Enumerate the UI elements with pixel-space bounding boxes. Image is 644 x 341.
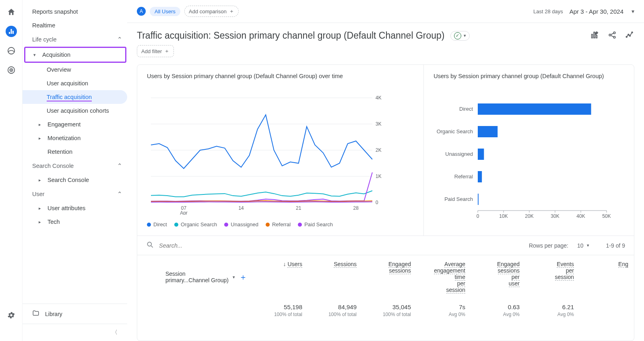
share-icon[interactable] — [608, 31, 617, 41]
svg-text:2K: 2K — [376, 147, 382, 153]
section-label: Search Console — [32, 163, 74, 169]
sidebar-label: User acquisition cohorts — [47, 107, 109, 114]
data-quality-chip[interactable]: ✓ ▾ — [450, 31, 470, 41]
svg-point-3 — [11, 70, 12, 70]
svg-point-12 — [630, 35, 631, 36]
sidebar-item-monetization[interactable]: ▸Monetization — [23, 131, 127, 145]
svg-text:30K: 30K — [551, 213, 559, 219]
add-comparison-button[interactable]: Add comparison ＋ — [184, 6, 239, 17]
metric-header[interactable]: Sessions — [308, 259, 362, 295]
sidebar-label: User attributes — [47, 205, 85, 211]
sidebar-item-retention[interactable]: Retention — [23, 145, 127, 159]
add-dimension-button[interactable]: ＋ — [239, 272, 247, 283]
sidebar-label: Realtime — [32, 22, 55, 29]
bar-chart[interactable]: DirectOrganic SearchUnassignedReferralPa… — [433, 94, 611, 223]
sidebar-item-searchconsole[interactable]: ▸Search Console — [23, 173, 127, 187]
caret-right-icon: ▸ — [39, 219, 45, 225]
sidebar-label: Overview — [47, 66, 71, 73]
plus-icon: ＋ — [164, 48, 169, 55]
dropdown-icon[interactable]: ▾ — [632, 8, 634, 14]
svg-text:3K: 3K — [376, 121, 382, 127]
svg-text:Apr: Apr — [180, 210, 188, 215]
metric-header[interactable]: Averageengagementtimepersession — [417, 259, 471, 295]
sidebar-item-reports-snapshot[interactable]: Reports snapshot — [23, 5, 127, 19]
report-card: Users by Session primary channel group (… — [137, 64, 634, 341]
legend-item[interactable]: Unassigned — [224, 221, 258, 227]
sidebar-item-user-acquisition-cohorts[interactable]: User acquisition cohorts — [23, 104, 127, 118]
main-content: A All Users Add comparison ＋ Last 28 day… — [127, 0, 644, 341]
legend-item[interactable]: Paid Search — [298, 221, 333, 227]
legend-dot — [147, 223, 151, 227]
line-chart[interactable]: 4K3K2K1K007142128Apr — [147, 94, 388, 215]
explore-icon[interactable] — [6, 45, 17, 56]
sidebar-label: Retention — [47, 149, 72, 155]
insights-icon[interactable] — [625, 31, 634, 41]
legend-item[interactable]: Direct — [147, 221, 167, 227]
collapse-sidebar-button[interactable]: 〈 — [23, 324, 127, 341]
sidebar-item-engagement[interactable]: ▸Engagement — [23, 118, 127, 131]
metric-total-cell: 35,045100% of total — [362, 303, 417, 318]
advertising-icon[interactable] — [6, 64, 17, 76]
svg-rect-4 — [592, 34, 593, 38]
sidebar-label: Reports snapshot — [32, 8, 78, 15]
svg-text:0: 0 — [376, 200, 378, 205]
dropdown-icon[interactable]: ▾ — [587, 243, 589, 248]
svg-rect-37 — [478, 194, 479, 205]
chevron-up-icon: ⌃ — [117, 163, 122, 169]
sidebar-item-overview[interactable]: Overview — [23, 63, 127, 76]
svg-text:21: 21 — [296, 205, 301, 211]
segment-all-users[interactable]: All Users — [150, 7, 180, 16]
legend-item[interactable]: Referral — [266, 221, 291, 227]
settings-icon[interactable] — [6, 310, 17, 321]
metric-total-cell — [580, 303, 634, 318]
table-totals-row: 55,198100% of total84,949100% of total35… — [137, 299, 634, 322]
metric-header[interactable]: ↓ Users — [254, 259, 308, 295]
home-icon[interactable] — [6, 6, 17, 18]
chevron-left-icon: 〈 — [112, 329, 118, 336]
sidebar-section-user[interactable]: User ⌃ — [23, 187, 127, 201]
dropdown-icon[interactable]: ▾ — [233, 275, 235, 280]
rows-per-page-value[interactable]: 10 — [577, 242, 584, 249]
reports-icon[interactable] — [6, 26, 17, 37]
page-header: Traffic acquisition: Session primary cha… — [127, 23, 644, 45]
sidebar-item-library[interactable]: Library — [23, 304, 127, 324]
sidebar-label: Engagement — [47, 121, 80, 128]
metric-header[interactable]: Engagedsessions — [362, 259, 417, 295]
caret-right-icon: ▸ — [39, 206, 45, 211]
metric-header[interactable]: Eng — [580, 259, 634, 295]
chevron-up-icon: ⌃ — [117, 36, 122, 43]
section-label: Life cycle — [32, 36, 56, 43]
metric-total-cell: 55,198100% of total — [254, 303, 308, 318]
table-controls: Rows per page: 10 ▾ 1-9 of 9 — [137, 236, 634, 255]
svg-text:0: 0 — [477, 213, 479, 219]
sidebar-item-user-acquisition[interactable]: User acquisition — [23, 76, 127, 90]
dimension-header[interactable]: Session primary...Channel Group) ▾ ＋ — [137, 259, 254, 295]
caret-right-icon: ▸ — [39, 122, 45, 127]
sidebar-item-user-attributes[interactable]: ▸User attributes — [23, 201, 127, 215]
chevron-down-icon: ▾ — [464, 33, 466, 38]
svg-text:Unassigned: Unassigned — [446, 151, 473, 157]
caret-right-icon: ▸ — [39, 178, 45, 183]
add-filter-button[interactable]: Add filter ＋ — [137, 45, 174, 57]
svg-rect-5 — [594, 32, 595, 38]
sidebar-item-realtime[interactable]: Realtime — [23, 19, 127, 32]
customize-report-icon[interactable] — [590, 31, 599, 41]
sidebar-item-acquisition[interactable]: ▾ Acquisition — [25, 48, 125, 62]
svg-text:40K: 40K — [577, 213, 585, 219]
check-icon: ✓ — [454, 32, 461, 39]
sidebar-item-tech[interactable]: ▸Tech — [23, 215, 127, 229]
svg-text:Direct: Direct — [459, 106, 473, 112]
date-range-value[interactable]: Apr 3 - Apr 30, 2024 — [570, 8, 623, 15]
search-input[interactable] — [159, 242, 524, 249]
metric-header[interactable]: Eventspersession — [525, 259, 580, 295]
metric-header[interactable]: Engagedsessionsperuser — [471, 259, 525, 295]
sidebar-section-lifecycle[interactable]: Life cycle ⌃ — [23, 32, 127, 47]
legend-item[interactable]: Organic Search — [174, 221, 217, 227]
svg-text:Referral: Referral — [454, 174, 473, 180]
sidebar-section-searchconsole[interactable]: Search Console ⌃ — [23, 159, 127, 173]
sidebar-item-traffic-acquisition[interactable]: Traffic acquisition — [23, 90, 127, 104]
chart-title: Users by Session primary channel group (… — [147, 73, 414, 88]
label: Session primary...Channel Group) — [165, 271, 229, 283]
search-icon — [146, 241, 154, 250]
caret-right-icon: ▸ — [39, 136, 45, 141]
